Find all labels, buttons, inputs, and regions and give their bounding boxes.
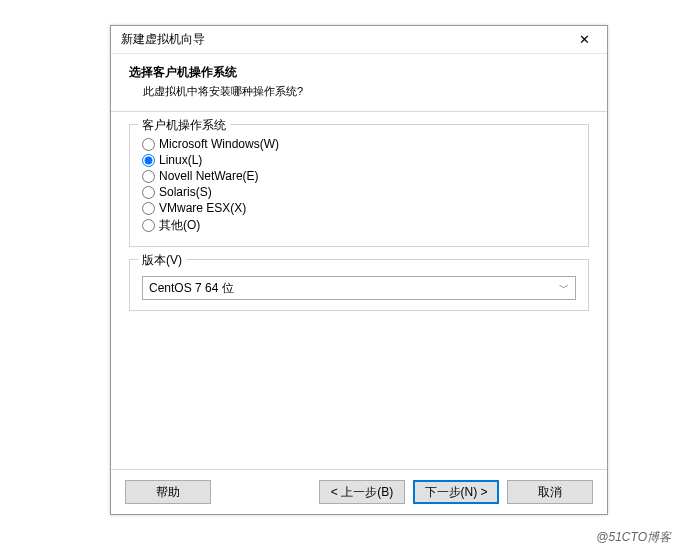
radio-solaris-input[interactable] [142,186,155,199]
header-area: 选择客户机操作系统 此虚拟机中将安装哪种操作系统? [111,54,607,111]
page-title: 选择客户机操作系统 [129,64,589,81]
nav-buttons: < 上一步(B) 下一步(N) > 取消 [319,480,593,504]
watermark: @51CTO博客 [596,529,671,546]
help-button-label: 帮助 [156,484,180,501]
close-button[interactable]: ✕ [569,30,599,50]
guest-os-fieldset: 客户机操作系统 Microsoft Windows(W) Linux(L) No… [129,124,589,247]
radio-windows-input[interactable] [142,138,155,151]
radio-windows-label: Microsoft Windows(W) [159,137,279,151]
next-button[interactable]: 下一步(N) > [413,480,499,504]
version-select[interactable]: CentOS 7 64 位 ﹀ [142,276,576,300]
wizard-dialog: 新建虚拟机向导 ✕ 选择客户机操作系统 此虚拟机中将安装哪种操作系统? 客户机操… [110,25,608,515]
back-button-label: < 上一步(B) [331,484,393,501]
radio-other-input[interactable] [142,219,155,232]
radio-esx[interactable]: VMware ESX(X) [142,201,576,215]
version-selected-value: CentOS 7 64 位 [149,280,234,297]
back-button[interactable]: < 上一步(B) [319,480,405,504]
titlebar: 新建虚拟机向导 ✕ [111,26,607,54]
radio-linux[interactable]: Linux(L) [142,153,576,167]
radio-other[interactable]: 其他(O) [142,217,576,234]
radio-solaris[interactable]: Solaris(S) [142,185,576,199]
cancel-button-label: 取消 [538,484,562,501]
radio-netware-label: Novell NetWare(E) [159,169,259,183]
dialog-title: 新建虚拟机向导 [121,31,205,48]
version-fieldset: 版本(V) CentOS 7 64 位 ﹀ [129,259,589,311]
radio-windows[interactable]: Microsoft Windows(W) [142,137,576,151]
version-legend: 版本(V) [138,252,186,269]
content-area: 客户机操作系统 Microsoft Windows(W) Linux(L) No… [111,112,607,311]
radio-solaris-label: Solaris(S) [159,185,212,199]
radio-linux-input[interactable] [142,154,155,167]
radio-netware-input[interactable] [142,170,155,183]
radio-esx-input[interactable] [142,202,155,215]
radio-esx-label: VMware ESX(X) [159,201,246,215]
radio-other-label: 其他(O) [159,217,200,234]
radio-linux-label: Linux(L) [159,153,202,167]
help-button[interactable]: 帮助 [125,480,211,504]
chevron-down-icon: ﹀ [559,281,569,295]
cancel-button[interactable]: 取消 [507,480,593,504]
button-bar: 帮助 < 上一步(B) 下一步(N) > 取消 [111,469,607,514]
page-subtitle: 此虚拟机中将安装哪种操作系统? [143,84,589,99]
radio-netware[interactable]: Novell NetWare(E) [142,169,576,183]
guest-os-legend: 客户机操作系统 [138,117,230,134]
next-button-label: 下一步(N) > [425,484,488,501]
